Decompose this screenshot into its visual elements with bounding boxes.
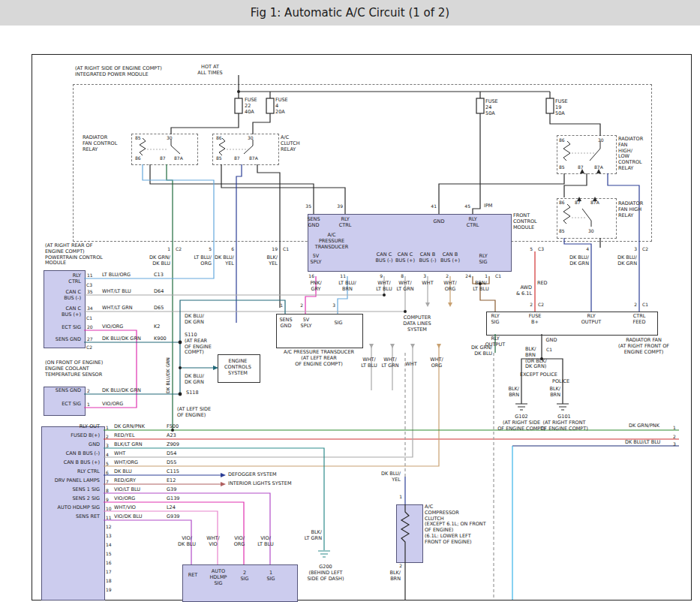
- module-pin: 6: [106, 470, 109, 475]
- radfan-top-pin: 2: [634, 302, 637, 307]
- fcm-bottom-pin: 1: [485, 273, 488, 278]
- module-row-label: SENS RET: [76, 514, 100, 520]
- exit-wire-label: DK BLU/LT BLU: [625, 440, 660, 446]
- module-wire: VIO/DK BLU: [114, 514, 143, 520]
- module-wire: VIO/ORG: [114, 496, 135, 502]
- module-pin: 1: [106, 425, 109, 430]
- computer-data-lines-label: COMPUTER DATA LINES SYSTEM: [403, 315, 431, 333]
- fcm-bottom-pin: 9: [380, 273, 383, 278]
- drop-wire: RED: [537, 281, 548, 287]
- bottom-wire-label: VIO/ ORG: [234, 536, 245, 548]
- relay-pin: 86: [559, 137, 565, 143]
- fcm-top-pin: 39: [337, 203, 343, 209]
- module-pin: 4: [106, 452, 109, 457]
- pcm-row-label: SENS GND: [56, 337, 81, 343]
- blk-brn-label: BLK/ BRN: [549, 387, 560, 399]
- fcm-top-pin: 35: [305, 203, 311, 209]
- police-label: POLICE: [552, 379, 569, 385]
- drop-wire: DK BLU/ DK GRN: [569, 255, 589, 267]
- module-code: G139: [167, 496, 179, 502]
- module-pin: 18: [106, 578, 112, 583]
- module-pin: 2: [106, 434, 109, 439]
- relay-pin: 87A: [174, 155, 183, 161]
- compressor-pin: 2: [399, 563, 402, 568]
- drop-wire: BLK/ YEL: [266, 255, 278, 267]
- pcm-code: D64: [154, 289, 164, 295]
- module-pin: 8: [106, 488, 109, 493]
- pcm-pin: 34: [87, 306, 93, 311]
- module-pin: 3: [106, 443, 109, 448]
- ect-row-label: SENS GND: [56, 388, 81, 394]
- fcm-bottom-label: CAN B BUS (-): [419, 252, 437, 264]
- fcm-transducer-heading: A/C PRESSURE TRANSDUCER: [315, 233, 349, 250]
- module-row-label: GND: [89, 442, 100, 448]
- awd-note-label: AWD & 6.1L: [516, 285, 532, 297]
- module-pin: 16: [106, 560, 112, 565]
- pcm-code: C13: [154, 272, 164, 278]
- bottom-wire-label: VIO/ LT BLU: [257, 536, 273, 548]
- ac-clutch-relay-box: [212, 134, 279, 165]
- module-wire: WHT/VIO: [114, 505, 136, 511]
- drop-conn: C2: [176, 246, 182, 251]
- module-code: E12: [167, 478, 176, 484]
- pcm-location-label: (AT RIGHT REAR OF ENGINE COMPT) POWERTRA…: [45, 243, 103, 266]
- blk-lt-grn-label: BLK/ LT GRN: [305, 530, 322, 542]
- compressor-wire-bottom-label: BLK/ BRN: [389, 570, 401, 582]
- module-row-label: RLY OUT: [80, 424, 100, 430]
- module-code: F500: [167, 424, 179, 430]
- module-pin: 5: [106, 461, 109, 466]
- compressor-clutch-box: [396, 504, 423, 563]
- pcm-wire: WHT/LT BLU: [102, 289, 131, 295]
- fcm-top-pin: 45: [464, 203, 470, 209]
- module-pin: 11: [106, 515, 112, 520]
- bottom-box-label: RET: [188, 573, 198, 579]
- pcm-code: K900: [154, 336, 167, 342]
- transducer-pin: 1: [280, 303, 283, 308]
- fcm-top-label: GND: [434, 219, 445, 225]
- ac-clutch-relay-label: A/C CLUTCH RELAY: [281, 135, 300, 152]
- fcm-name-label: FRONT CONTROL MODULE: [513, 213, 537, 230]
- g200-label: G200 (BEHIND LEFT SIDE OF DASH): [307, 564, 344, 582]
- relay-pin: 87: [160, 155, 166, 161]
- fcm-top-pin: 41: [431, 203, 437, 209]
- fcm-bottom-connector: C1: [495, 273, 501, 278]
- drop-pin: 3: [634, 246, 637, 251]
- module-code: D55: [167, 460, 176, 466]
- s110-label: S110 (AT REAR OF ENGINE COMPT): [185, 333, 212, 356]
- relay-pin: 30: [248, 135, 254, 140]
- relay-pin: 87A: [249, 155, 258, 161]
- ect-pin: 1: [87, 402, 90, 407]
- relay-pin: 86: [559, 200, 565, 205]
- relay-pin: 87: [234, 155, 240, 161]
- bottom-wire-label: WHT/ VIO: [206, 536, 219, 548]
- radfan-column: FUSE B+: [529, 314, 542, 326]
- module-row-label: SENS 2 SIG: [72, 496, 100, 502]
- fcm-bottom-label: 5V SPLY: [311, 254, 322, 266]
- pcm-connector: C3: [86, 282, 92, 287]
- ect-wire: VIO/ORG: [102, 402, 123, 408]
- relay-pin: 87A: [590, 200, 599, 205]
- pcm-pin: 27: [87, 336, 93, 342]
- pcm-wire: WHT/LT GRN: [102, 306, 133, 312]
- module-row-label: CAN B BUS (-): [66, 451, 100, 457]
- pcm-pin: 35: [87, 289, 93, 294]
- relay-pin: 87A: [594, 164, 603, 170]
- module-pin: 14: [106, 542, 112, 547]
- module-code: L24: [167, 505, 176, 511]
- exit-num: 2: [673, 434, 676, 439]
- except-police-label: EXCEPT POLICE: [520, 372, 557, 378]
- g101-label: G101 (AT RIGHT FRONT OF ENGINE COMPT): [540, 414, 588, 432]
- relay-pin: 86: [135, 155, 141, 161]
- fcm-bottom-label: RLY SIG: [479, 254, 487, 266]
- fcm-bottom-label: CAN C BUS (+): [395, 252, 415, 264]
- ipm-location-label: (AT RIGHT SIDE OF ENGINE COMPT) INTEGRAT…: [75, 66, 162, 78]
- fcm-top-label: SENS GND: [307, 217, 320, 229]
- fcm-bottom-label: CAN C BUS (-): [376, 252, 393, 264]
- relay-pin: 87: [578, 164, 584, 170]
- transducer-label: SIG: [334, 321, 342, 327]
- pcm-wire: LT BLU/ORG: [102, 272, 131, 278]
- radfan-connector: C1: [546, 347, 552, 352]
- module-wire: WHT/ORG: [114, 460, 138, 466]
- module-pin: 9: [106, 497, 109, 502]
- compressor-clutch-label: A/C COMPRESSOR CLUTCH (EXCEPT 6.1L; ON F…: [425, 504, 486, 546]
